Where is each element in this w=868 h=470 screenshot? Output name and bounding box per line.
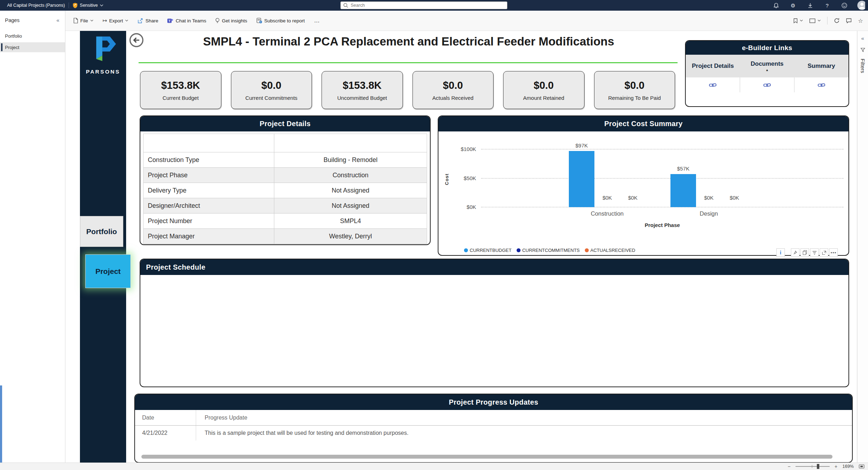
ebuilder-column-label: Summary [808, 62, 835, 70]
link-chain-icon [709, 82, 717, 88]
progress-row-0[interactable]: 4/21/2022This is a sample project that w… [135, 426, 852, 441]
kpi-card-1: $0.0Current Commitments [231, 71, 312, 109]
ebuilder-column-2[interactable]: Summary [794, 55, 848, 77]
details-row-2[interactable]: Project PhaseConstruction [144, 168, 427, 183]
panel-title: Project Schedule [140, 259, 848, 275]
kpi-label: Remaining To Be Paid [608, 95, 661, 101]
topbar-left: All Capital Projects (Parsons) Sensitive [0, 2, 103, 9]
file-icon [73, 18, 78, 23]
sensitivity-dropdown[interactable]: Sensitive [72, 2, 104, 9]
details-value: Westley, Derryl [274, 229, 427, 244]
legend-item-actualsreceived[interactable]: ACTUALSRECEIVED [585, 248, 635, 253]
get-insights-button[interactable]: Get insights [215, 18, 247, 23]
details-row-5[interactable]: Project NumberSMPL4 [144, 214, 427, 229]
x-axis-category: Design [670, 210, 747, 217]
settings-gear-icon[interactable]: ⚙ [789, 1, 797, 9]
refresh-icon[interactable] [834, 18, 840, 23]
visual-hover-toolbar: i ••• [776, 248, 838, 257]
bar-currentbudget-design[interactable] [670, 174, 696, 207]
notifications-bell-icon[interactable] [772, 1, 780, 9]
download-icon[interactable] [806, 1, 814, 9]
lightbulb-icon [215, 18, 220, 23]
link-chain-icon [763, 82, 771, 88]
details-field: Designer/Architect [144, 198, 274, 213]
zoom-slider-thumb[interactable] [817, 464, 819, 469]
y-axis-tick: $50K [449, 175, 476, 181]
details-value: Not Assigned [274, 198, 427, 213]
nav-tab-portfolio[interactable]: Portfolio [80, 216, 123, 247]
ebuilder-column-0[interactable]: Project Details [686, 55, 740, 77]
subscribe-button[interactable]: Subscribe to report [257, 18, 305, 23]
focus-mode-icon[interactable] [820, 248, 828, 257]
horizontal-scrollbar[interactable] [141, 455, 832, 459]
export-menu[interactable]: ↦ Export [103, 17, 129, 24]
view-button[interactable] [809, 18, 821, 23]
kpi-label: Current Commitments [245, 95, 297, 101]
kpi-row: $153.8KCurrent Budget$0.0Current Commitm… [140, 71, 675, 109]
data-label: $0K [616, 195, 649, 201]
file-menu[interactable]: File [73, 18, 93, 23]
favorite-star-icon[interactable]: ☆ [858, 17, 863, 24]
pages-panel: Pages « PortfolioProject [0, 11, 65, 463]
kpi-card-2: $153.8KUncommitted Budget [322, 71, 403, 109]
details-row-4[interactable]: Designer/ArchitectNot Assigned [144, 198, 427, 214]
report-sidebar: PARSONS Portfolio Project [80, 31, 126, 463]
ebuilder-link-row [686, 77, 848, 92]
y-axis-tick: $100K [449, 146, 476, 152]
export-label: Export [109, 18, 123, 23]
progress-date: 4/21/2022 [135, 426, 196, 441]
cost-chart-legend: CURRENTBUDGETCURRENTCOMMITMENTSACTUALSRE… [464, 248, 635, 253]
details-row-3[interactable]: Delivery TypeNot Assigned [144, 183, 427, 198]
details-row-6[interactable]: Project ManagerWestley, Derryl [144, 229, 427, 244]
title-underline [139, 62, 678, 63]
topbar: All Capital Projects (Parsons) Sensitive… [0, 0, 868, 11]
column-header-date[interactable]: Date [135, 410, 196, 425]
search-box [340, 1, 507, 9]
project-cost-summary-panel: Project Cost Summary Cost Project Phase … [438, 115, 849, 256]
details-row-1[interactable]: Construction TypeBuilding - Remodel [144, 152, 427, 168]
column-header-update[interactable]: Progress Update [196, 415, 852, 421]
share-icon [138, 18, 143, 23]
info-icon[interactable]: i [776, 248, 785, 257]
data-label: $0K [718, 195, 751, 201]
legend-item-currentcommitments[interactable]: CURRENTCOMMITMENTS [517, 248, 580, 253]
details-field [144, 134, 274, 152]
ebuilder-link-1[interactable] [740, 77, 794, 92]
ebuilder-column-1[interactable]: Documents▲ [740, 55, 794, 77]
details-row-0[interactable] [144, 134, 427, 152]
zoom-out-button[interactable]: − [788, 464, 791, 469]
chevron-down-icon [800, 20, 803, 22]
y-axis-tick: $0K [449, 204, 476, 210]
legend-dot [464, 248, 468, 252]
copy-icon[interactable] [800, 248, 809, 257]
more-options-button[interactable]: … [314, 17, 320, 24]
share-button[interactable]: Share [138, 18, 158, 23]
pages-item-project[interactable]: Project [0, 42, 65, 52]
svg-text:T: T [169, 19, 171, 23]
nav-tab-project[interactable]: Project [85, 254, 131, 288]
pages-item-portfolio[interactable]: Portfolio [0, 31, 65, 41]
chat-in-teams-button[interactable]: T Chat in Teams [167, 18, 206, 23]
collapse-pane-icon[interactable]: « [56, 17, 59, 23]
bookmarks-button[interactable] [793, 18, 803, 23]
cost-chart-plot: Cost Project Phase CURRENTBUDGETCURRENTC… [438, 131, 848, 256]
kpi-value: $153.8K [161, 80, 200, 91]
help-icon[interactable]: ? [823, 1, 831, 9]
zoom-slider[interactable] [796, 466, 830, 467]
feedback-smiley-icon[interactable] [840, 1, 848, 9]
fit-to-page-icon[interactable] [859, 464, 864, 469]
legend-label: CURRENTCOMMITMENTS [522, 248, 580, 253]
zoom-in-button[interactable]: + [835, 464, 837, 469]
pin-icon[interactable] [791, 248, 799, 257]
comments-icon[interactable] [846, 18, 852, 23]
filter-icon[interactable] [810, 248, 819, 257]
share-label: Share [145, 18, 158, 23]
search-input[interactable] [340, 1, 507, 9]
avatar[interactable] [857, 1, 865, 9]
legend-item-currentbudget[interactable]: CURRENTBUDGET [464, 248, 512, 253]
ebuilder-link-0[interactable] [686, 77, 740, 92]
ebuilder-link-2[interactable] [794, 77, 848, 92]
expand-filters-icon[interactable]: « [861, 35, 864, 41]
kpi-value: $0.0 [443, 80, 463, 91]
more-options-icon[interactable]: ••• [829, 248, 838, 257]
